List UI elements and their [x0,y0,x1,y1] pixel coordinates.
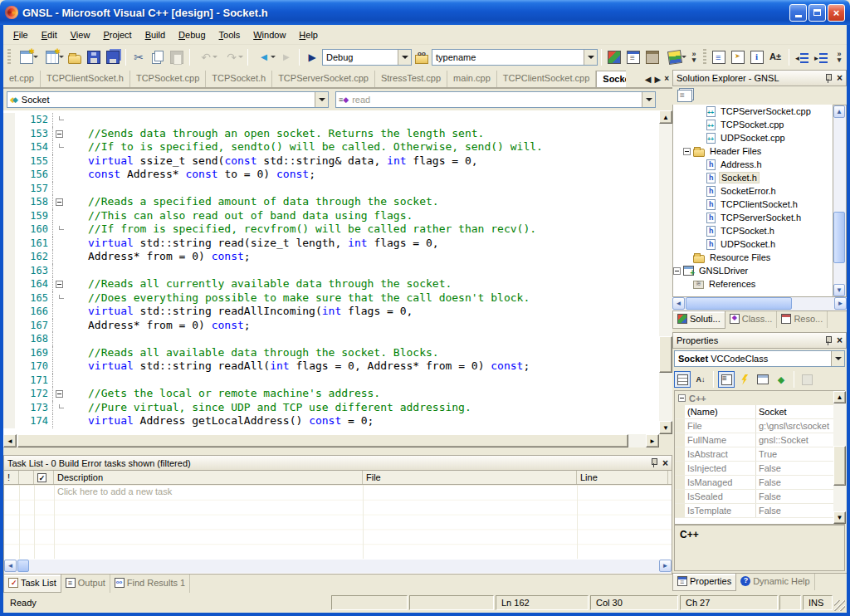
fold-margin[interactable] [53,401,66,415]
tab-stresstest-cpp[interactable]: StressTest.cpp [375,71,447,87]
property-value[interactable]: False [756,476,844,489]
code-line[interactable]: 158//Reads a specified amount of data th… [3,195,659,209]
scroll-down-icon[interactable]: ▼ [833,511,846,524]
menu-item-tools[interactable]: Tools [212,27,247,43]
code-line[interactable]: 155virtual ssize_t send(const std::strin… [3,154,659,169]
code-line[interactable]: 164//Reads all currently available data … [3,277,659,291]
chevron-down-icon[interactable] [584,50,597,65]
code-line[interactable]: 162Address* from = 0) const; [3,250,659,264]
chevron-down-icon[interactable] [315,92,328,107]
property-row[interactable]: IsSealedFalse [675,490,844,504]
fold-margin[interactable] [53,168,66,182]
code-line[interactable]: 161virtual std::string read(size_t lengt… [3,237,659,251]
cut-button[interactable]: ✂ [129,48,148,66]
property-pages-button[interactable] [799,371,815,388]
tab-output[interactable]: Output [61,574,110,593]
chevron-down-icon[interactable] [398,50,411,65]
find-combo[interactable]: typename [432,49,598,66]
property-value[interactable]: gnsl::Socket [756,433,844,447]
property-row[interactable]: (Name)Socket [675,405,844,419]
scroll-right-icon[interactable]: ► [646,434,659,447]
toolbox-button[interactable] [643,48,662,66]
properties-window-button[interactable] [624,48,642,66]
save-button[interactable] [85,48,103,66]
fold-margin[interactable] [53,264,66,278]
solution-configurations-combo[interactable]: Debug [322,49,412,66]
properties-grid[interactable]: C++ (Name)SocketFileg:\gnsl\src\socketFu… [674,390,845,525]
scrollbar-thumb[interactable] [833,212,845,263]
minimize-button[interactable] [789,4,807,22]
tab-et-cpp[interactable]: et.cpp [3,71,41,87]
fold-margin[interactable] [53,113,66,127]
indent-increase-button[interactable] [812,48,830,66]
close-icon[interactable]: × [837,74,843,82]
scroll-left-icon[interactable]: ◄ [672,297,685,310]
close-document-icon[interactable]: × [664,75,669,83]
tree-item-udpsocket-h[interactable]: UDPSocket.h [673,237,833,251]
solution-explorer-button[interactable] [605,48,623,66]
fold-margin[interactable] [53,154,66,169]
collapse-icon[interactable] [56,130,63,138]
undo-button[interactable]: ↶ [193,48,218,66]
code-line[interactable]: 163 [3,264,659,278]
collapse-icon[interactable] [683,148,691,155]
property-value[interactable]: False [756,490,844,503]
scroll-up-icon[interactable]: ▲ [833,391,846,403]
find-symbol-button[interactable] [413,48,431,66]
other-windows-button[interactable] [662,48,687,66]
overrides-button[interactable]: ◆ [773,371,789,388]
scrollbar-thumb[interactable] [17,560,29,572]
tab-scroll-left-icon[interactable]: ◀ [645,75,652,84]
tree-item-gnsldriver[interactable]: GNSLDriver [673,264,833,277]
property-row[interactable]: IsManagedFalse [675,476,844,490]
messages-button[interactable] [755,371,771,388]
navigate-forward-button[interactable]: ► [277,48,296,66]
toolbar-overflow-button[interactable]: »▾ [688,51,700,63]
fold-margin[interactable] [53,291,66,306]
alphabetical-button[interactable]: A [692,371,709,388]
code-line[interactable]: 168 [3,332,659,346]
member-list-button[interactable] [710,48,728,66]
tree-item-tcpserversocket-cpp[interactable]: TCPServerSocket.cpp [673,105,833,118]
tab-tcpserversocket-cpp[interactable]: TCPServerSocket.cpp [272,71,375,87]
fold-margin[interactable] [53,237,66,251]
task-list-titlebar[interactable]: Task List - 0 Build Error tasks shown (f… [4,456,672,471]
tab-task-list[interactable]: Task List [3,574,61,593]
tab-find-results-1[interactable]: Find Results 1 [110,574,190,593]
tab-tcpclientsocket-h[interactable]: TCPClientSocket.h [41,71,130,87]
close-icon[interactable]: × [837,336,843,345]
column-header-description[interactable]: Description [54,471,363,484]
fold-margin[interactable] [53,359,66,374]
menu-item-debug[interactable]: Debug [172,27,212,43]
tab-class[interactable]: Class... [725,311,778,328]
tree-vertical-scrollbar[interactable]: ▲ ▼ [833,105,847,297]
fold-margin[interactable] [53,182,66,196]
menu-item-window[interactable]: Window [247,27,292,43]
code-line[interactable]: 159//This can also read out of band data… [3,209,659,223]
tree-horizontal-scrollbar[interactable]: ◄ ► [672,297,847,310]
se-properties-button[interactable] [676,86,694,105]
property-row[interactable]: Fileg:\gnsl\src\socket [675,419,844,433]
scroll-left-icon[interactable]: ◄ [3,434,17,447]
copy-button[interactable] [149,48,167,66]
collapse-icon[interactable] [56,198,63,206]
parameter-info-button[interactable] [729,48,747,66]
scrollbar-thumb[interactable] [686,297,792,310]
code-line[interactable]: 172//Gets the local or remote machine's … [3,387,659,401]
fold-margin[interactable] [53,209,66,223]
solution-explorer-titlebar[interactable]: Solution Explorer - GNSL × [672,70,847,86]
fold-margin[interactable] [53,332,66,346]
code-line[interactable]: 170virtual std::string readAll(int flags… [3,359,659,374]
categorized-button[interactable] [674,371,691,388]
column-header-line[interactable]: Line [577,471,668,484]
property-row[interactable]: IsTemplateFalse [675,504,844,518]
category-row[interactable]: C++ [675,391,844,405]
add-task-placeholder[interactable]: Click here to add a new task [57,486,172,496]
pin-icon[interactable] [650,458,657,467]
editor-vertical-scrollbar[interactable]: ▲ ▼ [659,110,672,434]
scrollbar-thumb[interactable] [833,446,846,486]
column-header-item[interactable]: ! [4,471,19,484]
property-value[interactable]: True [756,447,844,461]
title-bar[interactable]: GNSL - Microsoft Visual C++ [design] - S… [0,0,850,25]
new-project-button[interactable] [14,48,39,66]
